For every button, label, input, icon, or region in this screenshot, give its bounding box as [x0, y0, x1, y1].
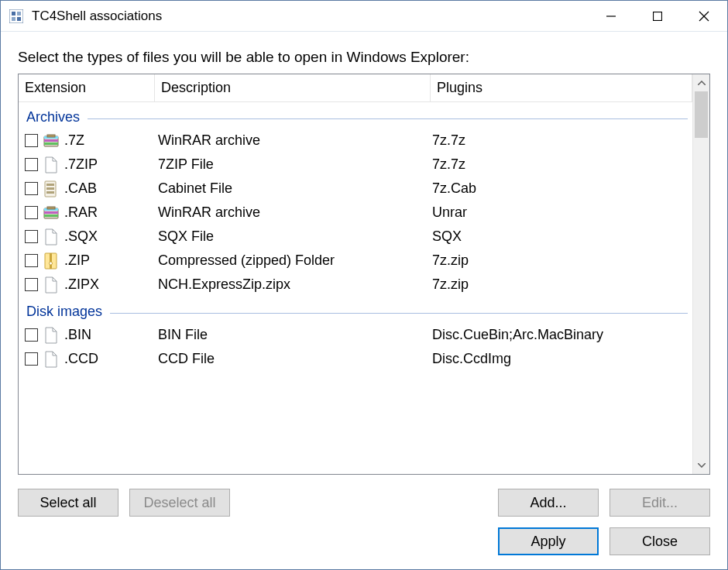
plugins-label: 7z.zip	[431, 276, 692, 293]
list-item[interactable]: .CCDCCD FileDisc.CcdImg	[19, 347, 692, 371]
edit-button[interactable]: Edit...	[610, 489, 710, 517]
zip-icon	[43, 252, 60, 270]
plugins-label: 7z.7z	[431, 132, 692, 149]
list-item[interactable]: .BINBIN FileDisc.CueBin;Arc.MacBinary	[19, 323, 692, 347]
instruction-label: Select the types of files you will be ab…	[18, 49, 710, 66]
svg-rect-17	[46, 191, 54, 194]
app-icon	[9, 9, 24, 24]
row-checkbox[interactable]	[25, 134, 38, 147]
extension-label: .SQX	[64, 228, 98, 245]
list-item[interactable]: .7ZWinRAR archive7z.7z	[19, 129, 692, 153]
row-checkbox[interactable]	[25, 206, 38, 219]
plugins-label: 7z.7z	[431, 156, 692, 173]
cab-icon	[43, 180, 60, 197]
description-label: Cabinet File	[155, 180, 431, 197]
list-item[interactable]: .7ZIP7ZIP File7z.7z	[19, 153, 692, 177]
list-item[interactable]: .RARWinRAR archiveUnrar	[19, 201, 692, 225]
column-header-plugins[interactable]: Plugins	[431, 74, 692, 102]
plugins-label: 7z.zip	[431, 252, 692, 269]
titlebar: TC4Shell associations	[1, 1, 727, 32]
svg-rect-21	[44, 215, 58, 217]
extension-label: .7Z	[64, 132, 84, 149]
row-checkbox[interactable]	[25, 230, 38, 243]
svg-rect-2	[17, 12, 21, 15]
svg-rect-22	[47, 207, 55, 209]
blank-icon	[43, 327, 60, 344]
list-item[interactable]: .ZIPXNCH.ExpressZip.zipx7z.zip	[19, 273, 692, 297]
svg-rect-3	[12, 17, 15, 21]
minimize-button[interactable]	[588, 1, 634, 31]
svg-rect-13	[47, 135, 55, 137]
row-checkbox[interactable]	[25, 278, 38, 291]
description-label: Compressed (zipped) Folder	[155, 252, 431, 269]
window: TC4Shell associations Select the types o…	[0, 0, 728, 570]
button-row-2: Apply Close	[18, 527, 710, 555]
svg-rect-20	[44, 211, 58, 214]
winrar-icon	[43, 204, 60, 221]
apply-button[interactable]: Apply	[498, 527, 599, 555]
description-label: BIN File	[155, 327, 431, 343]
list-item[interactable]: .ZIPCompressed (zipped) Folder7z.zip	[19, 249, 692, 273]
plugins-label: Disc.CcdImg	[431, 351, 692, 367]
blank-icon	[43, 156, 60, 173]
plugins-label: Unrar	[431, 204, 692, 221]
select-all-button[interactable]: Select all	[18, 489, 118, 517]
column-header-description[interactable]: Description	[155, 74, 431, 102]
row-checkbox[interactable]	[25, 254, 38, 267]
svg-rect-1	[12, 12, 15, 15]
content-area: Select the types of files you will be ab…	[1, 32, 727, 569]
scrollbar-thumb[interactable]	[695, 91, 708, 138]
description-label: CCD File	[155, 351, 431, 367]
group-label: Disk images	[26, 304, 102, 320]
deselect-all-button[interactable]: Deselect all	[129, 489, 230, 517]
description-label: WinRAR archive	[155, 204, 431, 221]
winrar-icon	[43, 132, 60, 149]
row-checkbox[interactable]	[25, 328, 38, 342]
svg-rect-6	[654, 12, 662, 20]
svg-rect-16	[46, 187, 54, 190]
window-buttons	[588, 1, 727, 31]
svg-rect-0	[9, 9, 23, 23]
blank-icon	[43, 228, 60, 246]
row-checkbox[interactable]	[25, 352, 38, 366]
group-header: Archives	[19, 105, 692, 129]
close-button[interactable]: Close	[610, 527, 710, 555]
list-item[interactable]: .CABCabinet File7z.Cab	[19, 177, 692, 201]
extension-label: .ZIPX	[64, 276, 99, 293]
extension-label: .7ZIP	[64, 156, 98, 173]
group-header: Disk images	[19, 300, 692, 323]
maximize-button[interactable]	[634, 1, 681, 31]
extension-label: .BIN	[64, 327, 91, 343]
description-label: 7ZIP File	[155, 156, 431, 173]
description-label: NCH.ExpressZip.zipx	[155, 276, 431, 293]
column-header-extension[interactable]: Extension	[19, 74, 155, 102]
vertical-scrollbar[interactable]	[692, 74, 709, 474]
row-checkbox[interactable]	[25, 158, 38, 171]
extension-label: .CAB	[64, 180, 97, 197]
group-label: Archives	[26, 109, 80, 125]
associations-list: Extension Description Plugins Archives.7…	[18, 74, 710, 475]
extension-label: .ZIP	[64, 252, 90, 269]
svg-rect-24	[50, 253, 52, 269]
svg-point-25	[50, 262, 53, 265]
scrollbar-up-icon[interactable]	[693, 74, 709, 91]
svg-rect-15	[46, 184, 54, 186]
blank-icon	[43, 276, 60, 294]
svg-rect-11	[44, 139, 58, 142]
plugins-label: Disc.CueBin;Arc.MacBinary	[431, 327, 692, 343]
button-row-1: Select all Deselect all Add... Edit...	[18, 489, 710, 517]
description-label: WinRAR archive	[155, 132, 431, 149]
row-checkbox[interactable]	[25, 182, 38, 195]
close-window-button[interactable]	[681, 1, 727, 31]
column-headers: Extension Description Plugins	[19, 74, 692, 102]
extension-label: .CCD	[64, 351, 98, 367]
add-button[interactable]: Add...	[498, 489, 599, 517]
window-title: TC4Shell associations	[32, 9, 588, 24]
description-label: SQX File	[155, 228, 431, 245]
plugins-label: SQX	[431, 228, 692, 245]
svg-rect-4	[17, 17, 21, 21]
scrollbar-down-icon[interactable]	[693, 457, 709, 474]
list-item[interactable]: .SQXSQX FileSQX	[19, 225, 692, 249]
plugins-label: 7z.Cab	[431, 180, 692, 197]
blank-icon	[43, 351, 60, 368]
